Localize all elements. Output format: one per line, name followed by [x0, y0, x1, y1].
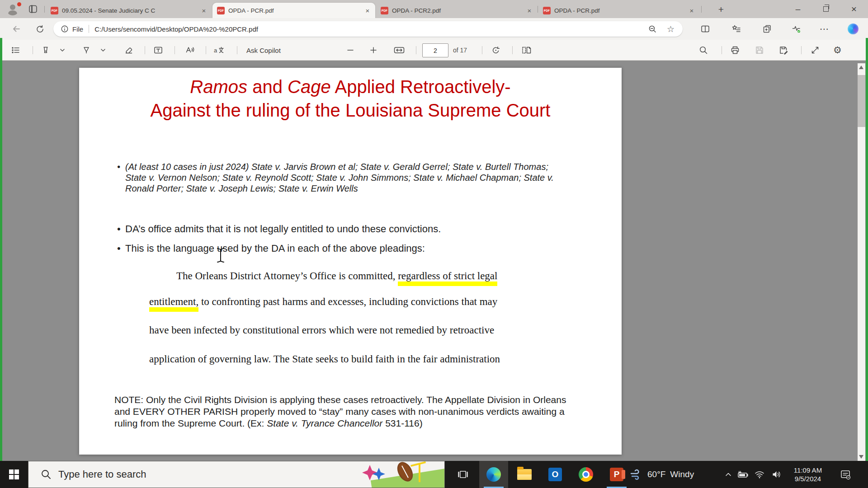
page-number-input[interactable]: 2 [422, 43, 448, 57]
bullet-marker: • [117, 161, 125, 172]
windy-weather-icon [629, 468, 643, 481]
tab-close-button[interactable]: × [525, 7, 533, 14]
zoom-out-icon[interactable] [648, 24, 657, 33]
action-center-button[interactable] [835, 461, 855, 488]
taskbar-weather[interactable]: 60°F Windy [629, 461, 694, 488]
erase-button[interactable] [124, 43, 134, 57]
search-highlight-graphic[interactable] [347, 461, 444, 488]
browser-essentials-button[interactable] [789, 23, 803, 35]
favorite-star-icon[interactable]: ☆ [667, 24, 675, 34]
pdf-file-icon: PDF [217, 7, 225, 14]
chevron-down-icon [99, 47, 107, 54]
favorites-button[interactable] [730, 23, 743, 35]
search-icon [40, 469, 52, 480]
tab-opda-pcr-2nd[interactable]: PDF OPDA - PCR.pdf × [538, 3, 699, 18]
vertical-scrollbar[interactable] [858, 63, 865, 461]
save-button[interactable] [755, 43, 764, 57]
highlighted-text: regardless of strict legal [398, 271, 497, 286]
url-divider [89, 25, 89, 33]
split-screen-button[interactable] [698, 23, 712, 35]
highlight-button[interactable] [41, 43, 51, 57]
tab-senate-judiciary[interactable]: PDF 09.05.2024 - Senate Judiciary C C × [46, 3, 212, 18]
settings-more-button[interactable]: ⋯ [817, 23, 831, 35]
table-of-contents-button[interactable] [11, 43, 21, 57]
read-aloud-button[interactable] [184, 43, 195, 57]
split-screen-icon [700, 24, 710, 34]
bullet-case-list: •(At least 10 cases in just 2024) State … [117, 161, 554, 194]
taskbar-outlook-button[interactable]: O [541, 461, 570, 488]
pdf-settings-button[interactable]: ⚙ [833, 43, 842, 57]
quote-text: The Orleans District Attorney’s Office i… [176, 270, 398, 282]
page-view-icon [521, 45, 532, 55]
tab-close-button[interactable]: × [363, 7, 372, 14]
text-cursor [216, 248, 225, 263]
copilot-button[interactable] [846, 23, 860, 35]
taskbar-chrome-button[interactable] [571, 461, 600, 488]
tab-close-button[interactable]: × [200, 7, 208, 14]
url-bar[interactable]: File C:/Users/sencomvid/Desktop/OPDA%20-… [53, 21, 683, 37]
zoom-in-button[interactable] [369, 43, 378, 57]
fullscreen-button[interactable] [810, 43, 820, 57]
taskbar-search-box[interactable]: Type here to search [28, 461, 445, 488]
address-bar-row: File C:/Users/sencomvid/Desktop/OPDA%20-… [0, 18, 868, 40]
minimize-button[interactable]: – [784, 0, 812, 18]
windows-logo-icon [9, 469, 19, 479]
draw-button[interactable] [81, 43, 91, 57]
chevron-down-icon [59, 47, 66, 54]
battery-status[interactable] [736, 461, 750, 488]
tab-actions-menu[interactable] [28, 4, 38, 16]
refresh-button[interactable] [33, 23, 46, 35]
tab-title: OPDA - PCR.pdf [228, 7, 360, 14]
tab-divider [701, 6, 702, 13]
ask-copilot-button[interactable]: Ask Copilot [246, 43, 281, 57]
start-button[interactable] [0, 461, 28, 488]
zoom-out-button[interactable] [346, 43, 355, 57]
tray-overflow-button[interactable] [721, 461, 736, 488]
tab-opda-pcr2[interactable]: PDF OPDA - PCR2.pdf × [376, 3, 537, 18]
case-name-ramos: Ramos [190, 77, 247, 97]
volume-status[interactable] [769, 461, 784, 488]
toolbar-divider [482, 46, 482, 54]
info-icon [61, 25, 69, 33]
tab-opda-pcr-active[interactable]: PDF OPDA - PCR.pdf × [212, 3, 375, 18]
outlook-icon: O [548, 468, 562, 481]
pdf-toolbar: a Ask Copilot 2 of 17 [0, 40, 868, 61]
toolbar-divider [416, 46, 416, 54]
highlight-options-button[interactable] [59, 43, 66, 57]
vertical-tabs-icon [28, 4, 38, 14]
taskbar-powerpoint-button[interactable]: P [602, 461, 631, 488]
new-tab-button[interactable]: + [713, 4, 729, 15]
search-icon [698, 45, 708, 55]
powerpoint-icon: P [610, 468, 623, 481]
fit-width-icon [393, 45, 405, 55]
save-as-button[interactable] [778, 43, 788, 57]
rotate-button[interactable] [491, 43, 501, 57]
quote-line3: have been infected by constitutional err… [149, 324, 494, 336]
print-button[interactable] [730, 43, 740, 57]
search-document-button[interactable] [698, 43, 708, 57]
pdf-content-area: Ramos and Cage Applied Retroactively- Ag… [0, 61, 868, 461]
restore-button[interactable] [812, 0, 840, 18]
task-view-button[interactable] [448, 461, 477, 488]
plus-icon [369, 46, 378, 55]
collections-button[interactable] [760, 23, 774, 35]
close-button[interactable]: × [840, 0, 868, 18]
back-button[interactable] [10, 23, 23, 35]
taskbar-clock[interactable]: 11:09 AM 9/5/2024 [788, 461, 827, 488]
tab-close-button[interactable]: × [688, 7, 696, 14]
draw-options-button[interactable] [99, 43, 107, 57]
translate-button[interactable]: a [213, 43, 225, 57]
browser-essentials-icon [791, 24, 802, 34]
scrollbar-thumb[interactable] [858, 75, 865, 127]
wifi-status[interactable] [752, 461, 767, 488]
toolbar-divider [801, 46, 802, 54]
taskbar-file-explorer-button[interactable] [510, 461, 539, 488]
add-text-button[interactable] [153, 43, 163, 57]
slide-title-line2: Against the ruling of the Louisiana Supr… [79, 99, 622, 122]
scroll-up-arrow-icon[interactable] [859, 66, 863, 69]
scroll-down-arrow-icon[interactable] [859, 455, 863, 459]
page-view-button[interactable] [521, 43, 532, 57]
url-text[interactable]: C:/Users/sencomvid/Desktop/OPDA%20-%20PC… [94, 25, 648, 33]
taskbar-edge-button[interactable] [479, 461, 508, 488]
fit-to-width-button[interactable] [393, 43, 405, 57]
